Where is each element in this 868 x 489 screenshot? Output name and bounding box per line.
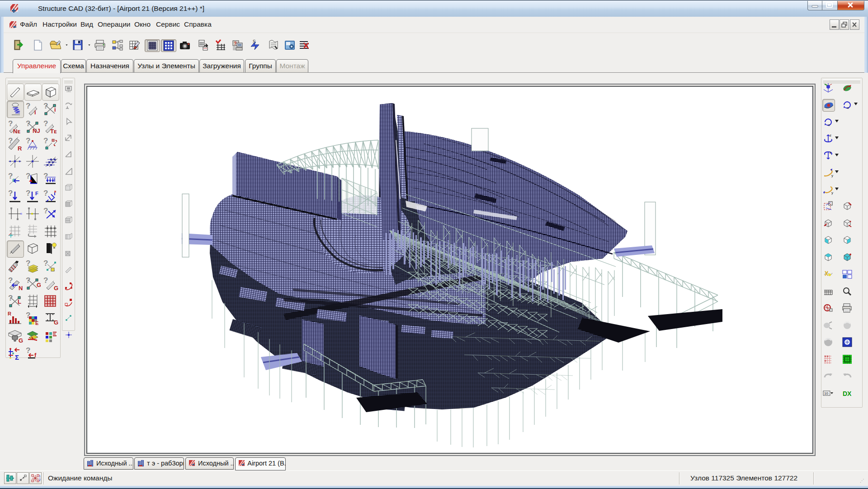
svg-text:L: L bbox=[18, 298, 21, 305]
svg-text:?: ? bbox=[8, 276, 13, 285]
svg-text:i: i bbox=[34, 109, 36, 116]
svg-text:y: y bbox=[831, 174, 833, 178]
svg-text:?: ? bbox=[8, 136, 13, 145]
svg-text:?: ? bbox=[43, 276, 48, 285]
svg-text:F: F bbox=[35, 191, 38, 196]
svg-text:?: ? bbox=[26, 102, 30, 110]
svg-text:f: f bbox=[34, 352, 37, 358]
svg-text:G: G bbox=[54, 319, 58, 326]
svg-text:NJ: NJ bbox=[33, 127, 40, 134]
svg-text:?: ? bbox=[26, 119, 30, 128]
svg-text:?: ? bbox=[8, 119, 13, 128]
svg-text:?: ? bbox=[43, 102, 48, 110]
svg-text:?: ? bbox=[26, 189, 30, 197]
svg-text:x: x bbox=[828, 123, 830, 127]
svg-text:DX: DX bbox=[843, 390, 852, 397]
svg-text:?: ? bbox=[43, 119, 48, 128]
svg-text:?: ? bbox=[8, 189, 13, 197]
svg-text:y: y bbox=[831, 191, 833, 195]
svg-text:?: ? bbox=[43, 259, 48, 268]
svg-text:z: z bbox=[830, 150, 831, 155]
svg-text:?: ? bbox=[26, 136, 30, 145]
svg-text:G: G bbox=[54, 285, 58, 292]
svg-text:?: ? bbox=[43, 189, 48, 197]
svg-text:Σ: Σ bbox=[15, 353, 19, 361]
svg-text:?: ? bbox=[26, 346, 30, 355]
svg-text:?: ? bbox=[234, 41, 237, 46]
svg-text:z: z bbox=[830, 133, 831, 137]
svg-text:?: ? bbox=[8, 294, 13, 302]
svg-text:E: E bbox=[35, 320, 38, 326]
svg-text:x: x bbox=[847, 106, 849, 110]
svg-text:?: ? bbox=[43, 207, 48, 215]
svg-text:i: i bbox=[54, 106, 56, 113]
svg-text:?: ? bbox=[43, 136, 48, 145]
svg-text:?: ? bbox=[8, 172, 13, 180]
svg-text:Nᴇ: Nᴇ bbox=[13, 128, 20, 135]
svg-text:1: 1 bbox=[39, 475, 41, 478]
svg-text:N: N bbox=[19, 285, 23, 292]
svg-text:10: 10 bbox=[824, 391, 828, 395]
svg-text:G: G bbox=[19, 337, 23, 344]
svg-text:G: G bbox=[37, 282, 41, 288]
svg-text:R: R bbox=[18, 145, 22, 152]
svg-text:?: ? bbox=[26, 276, 30, 285]
svg-text:2: 2 bbox=[39, 478, 41, 481]
svg-text:?: ? bbox=[26, 172, 30, 180]
svg-text:R: R bbox=[8, 311, 11, 316]
svg-text:Tᴇ: Tᴇ bbox=[50, 128, 57, 135]
